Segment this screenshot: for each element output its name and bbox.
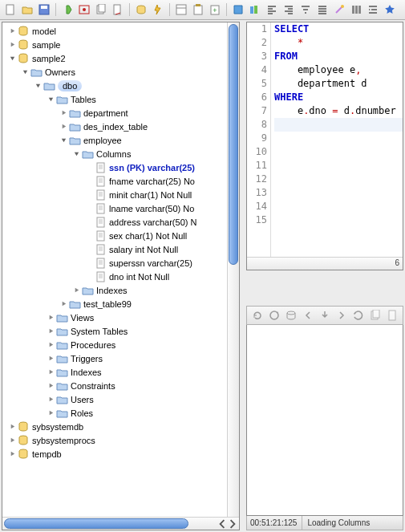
tree-node[interactable]: employee bbox=[2, 133, 239, 147]
star-button[interactable] bbox=[383, 2, 397, 17]
code-line[interactable]: FROM bbox=[274, 50, 403, 63]
book-button[interactable] bbox=[231, 2, 245, 17]
tree-node[interactable]: Columns bbox=[2, 147, 239, 160]
open-button[interactable] bbox=[20, 2, 34, 17]
bookmark-button[interactable] bbox=[134, 2, 148, 17]
tree-node[interactable]: lname varchar(50) No bbox=[2, 201, 239, 215]
tree-node[interactable]: superssn varchar(25) bbox=[2, 256, 239, 270]
scrollbar-thumb[interactable] bbox=[4, 518, 188, 529]
code-line[interactable] bbox=[274, 200, 403, 213]
disclosure-closed-icon[interactable] bbox=[46, 354, 55, 363]
tree-node[interactable]: Roles bbox=[2, 406, 239, 420]
tree-node[interactable]: sex char(1) Not Null bbox=[2, 229, 239, 242]
code-line[interactable] bbox=[274, 173, 403, 186]
tree-node[interactable]: Triggers bbox=[2, 351, 239, 365]
tree-node[interactable]: sample bbox=[2, 38, 239, 51]
filter-button[interactable] bbox=[298, 2, 313, 17]
code-line[interactable] bbox=[274, 213, 403, 227]
save-button[interactable] bbox=[37, 2, 51, 17]
exec-button[interactable] bbox=[60, 2, 75, 17]
disclosure-closed-icon[interactable] bbox=[7, 422, 17, 432]
editor-horizontal-scrollbar[interactable]: 6 bbox=[247, 257, 403, 270]
tree-node[interactable]: ssn (PK) varchar(25) bbox=[2, 160, 239, 174]
tree-node[interactable]: System Tables bbox=[2, 324, 239, 338]
flash-button[interactable] bbox=[151, 2, 165, 17]
page-button[interactable] bbox=[385, 308, 399, 323]
tree-vertical-scrollbar[interactable] bbox=[227, 22, 239, 517]
disclosure-closed-icon[interactable] bbox=[46, 327, 55, 336]
columns-button[interactable] bbox=[349, 2, 363, 17]
tree-node[interactable]: fname varchar(25) No bbox=[2, 174, 239, 188]
tree-node[interactable]: dno int Not Null bbox=[2, 270, 239, 283]
code-line[interactable]: e.dno = d.dnumber bbox=[274, 104, 403, 118]
disclosure-closed-icon[interactable] bbox=[7, 449, 17, 459]
tree-node[interactable]: sybsystemprocs bbox=[2, 433, 239, 447]
tree-node[interactable]: Owners bbox=[2, 65, 239, 79]
disclosure-closed-icon[interactable] bbox=[7, 26, 17, 36]
align-right-button[interactable] bbox=[281, 2, 296, 17]
disclosure-closed-icon[interactable] bbox=[46, 381, 55, 391]
magic-button[interactable] bbox=[332, 2, 346, 17]
disclosure-closed-icon[interactable] bbox=[59, 108, 68, 118]
disclosure-closed-icon[interactable] bbox=[7, 436, 17, 445]
scroll-right-icon[interactable] bbox=[228, 519, 237, 529]
disclosure-open-icon[interactable] bbox=[71, 149, 81, 159]
scroll-left-icon[interactable] bbox=[217, 519, 227, 529]
tree-horizontal-scrollbar[interactable] bbox=[2, 517, 239, 530]
arrow-right-button[interactable] bbox=[334, 308, 349, 323]
code-line[interactable]: department d bbox=[274, 77, 403, 91]
tree-node[interactable]: sample2 bbox=[2, 51, 239, 65]
disclosure-closed-icon[interactable] bbox=[7, 40, 17, 50]
tree-node[interactable]: Indexes bbox=[2, 365, 239, 379]
tree-node[interactable]: address varchar(50) N bbox=[2, 215, 239, 229]
rerun-button[interactable] bbox=[267, 308, 281, 323]
indent-button[interactable] bbox=[366, 2, 380, 17]
disclosure-closed-icon[interactable] bbox=[46, 368, 55, 377]
refresh-button[interactable] bbox=[250, 308, 265, 323]
books-button[interactable] bbox=[248, 2, 262, 17]
align-fill-button[interactable] bbox=[315, 2, 330, 17]
tree-node[interactable]: Procedures bbox=[2, 338, 239, 351]
tree-node[interactable]: Indexes bbox=[2, 283, 239, 297]
tree-node[interactable]: Views bbox=[2, 311, 239, 324]
sql-editor[interactable]: 123456789101112131415 SELECT *FROM emplo… bbox=[246, 22, 403, 270]
disclosure-closed-icon[interactable] bbox=[59, 299, 68, 309]
code-line[interactable]: * bbox=[274, 36, 403, 50]
disclosure-closed-icon[interactable] bbox=[46, 340, 55, 350]
tree-node[interactable]: sybsystemdb bbox=[2, 420, 239, 433]
align-left-button[interactable] bbox=[265, 2, 279, 17]
code-line[interactable]: SELECT bbox=[274, 22, 403, 36]
tree-node[interactable]: salary int Not Null bbox=[2, 242, 239, 256]
code-line[interactable] bbox=[274, 186, 403, 200]
editor-code[interactable]: SELECT *FROM employee e, department dWHE… bbox=[271, 22, 403, 257]
disclosure-closed-icon[interactable] bbox=[46, 313, 55, 323]
tree-node[interactable]: minit char(1) Not Null bbox=[2, 188, 239, 201]
code-line[interactable]: WHERE bbox=[274, 91, 403, 104]
results-panel[interactable] bbox=[246, 325, 403, 516]
run-sel-button[interactable] bbox=[77, 2, 91, 17]
disclosure-open-icon[interactable] bbox=[7, 54, 17, 63]
tree-node[interactable]: model bbox=[2, 24, 239, 38]
db-icon-button[interactable] bbox=[284, 308, 298, 323]
copy-button[interactable] bbox=[94, 2, 108, 17]
paste-script-button[interactable] bbox=[191, 2, 205, 17]
copy-button[interactable] bbox=[368, 308, 383, 323]
disclosure-closed-icon[interactable] bbox=[46, 408, 55, 418]
disclosure-open-icon[interactable] bbox=[33, 81, 43, 91]
code-line[interactable] bbox=[274, 159, 403, 173]
disclosure-open-icon[interactable] bbox=[46, 95, 55, 104]
schema-tree[interactable]: modelsamplesample2OwnersdboTablesdepartm… bbox=[2, 22, 239, 517]
undo-button[interactable] bbox=[351, 308, 366, 323]
disclosure-open-icon[interactable] bbox=[20, 67, 30, 77]
disclosure-closed-icon[interactable] bbox=[46, 395, 55, 404]
disclosure-open-icon[interactable] bbox=[59, 136, 68, 145]
tree-node[interactable]: tempdb bbox=[2, 447, 239, 461]
scrollbar-thumb[interactable] bbox=[229, 24, 238, 265]
code-line[interactable]: employee e, bbox=[274, 63, 403, 77]
new-button[interactable] bbox=[3, 2, 18, 17]
arrow-left-button[interactable] bbox=[301, 308, 315, 323]
tree-node[interactable]: Users bbox=[2, 392, 239, 406]
paste-plus-button[interactable]: + bbox=[208, 2, 222, 17]
disclosure-closed-icon[interactable] bbox=[59, 122, 68, 132]
disclosure-closed-icon[interactable] bbox=[71, 286, 81, 295]
